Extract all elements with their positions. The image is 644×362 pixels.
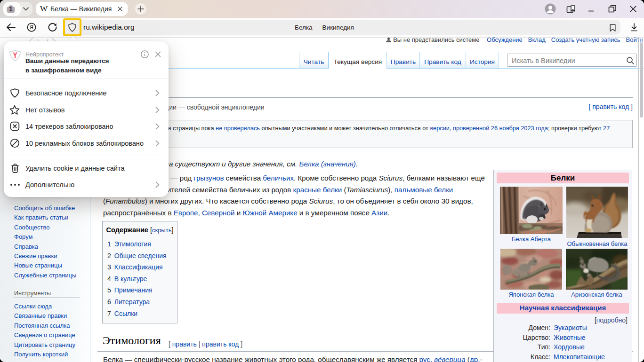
svg-text:Я: Я — [30, 24, 33, 30]
svg-text:1: 1 — [9, 5, 13, 13]
